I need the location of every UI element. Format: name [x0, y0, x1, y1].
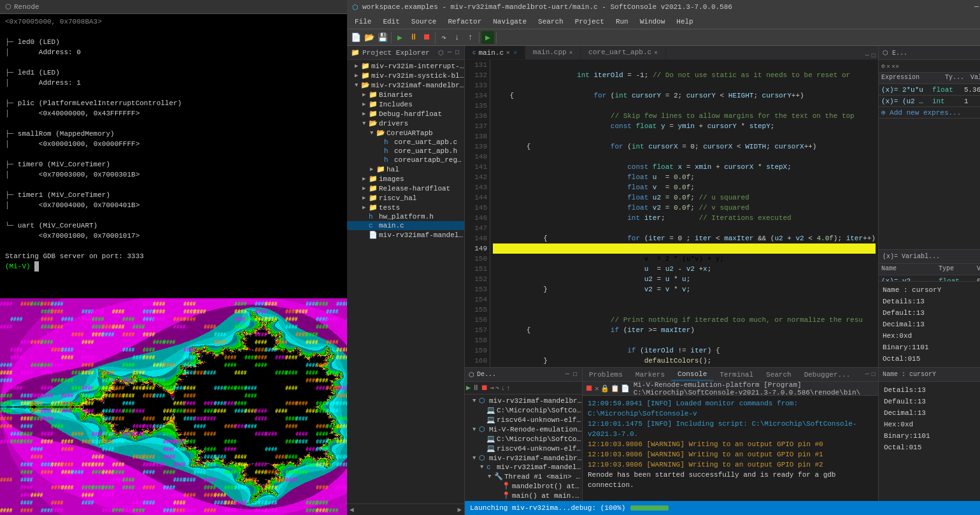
toolbar-suspend[interactable]: ⏸: [407, 31, 420, 44]
debug-disconnect-btn[interactable]: ⇥: [490, 384, 494, 392]
expressions-panel: ⬡ E... ─ □ ⊕ ✕ ✕✕: [879, 46, 980, 250]
console-maximize-btn[interactable]: □: [872, 371, 876, 378]
tree-item-miv-systick[interactable]: ▶ 📁 miv-rv32im-systick-blinky: [347, 71, 464, 80]
collapse-all-btn[interactable]: ⬡: [437, 49, 445, 57]
maximize-panel-btn[interactable]: □: [454, 49, 460, 57]
debug-minimize-btn[interactable]: ─: [564, 371, 571, 378]
tree-item-includes[interactable]: ▶ 📁 Includes: [347, 99, 464, 109]
console-clear-btn[interactable]: ✕: [595, 384, 599, 393]
toolbar-stop[interactable]: ⏹: [420, 31, 433, 44]
debug-item-mandelbrot2[interactable]: ▼ ⬡ miv-rv32imaf-mandelbrot-ua: [465, 453, 582, 463]
tree-item-debug-hardfloat[interactable]: ▶ 📁 Debug-hardfloat: [347, 109, 464, 119]
tree-item-coreuartapb[interactable]: ▼ 📂 CoreUARTapb: [347, 128, 464, 138]
editor-maximize-btn[interactable]: □: [872, 52, 876, 59]
console-tab-terminal[interactable]: Terminal: [713, 369, 760, 381]
terminal-prompt[interactable]: (Mi-V): [5, 261, 342, 272]
nav-forward-btn[interactable]: ▶: [457, 505, 462, 514]
expr-row-add[interactable]: ⊕ Add new expres...: [879, 107, 980, 119]
debug-item-softconsole1[interactable]: ▶ 💻 C:\Microchip\SoftConsole: [465, 405, 582, 415]
toolbar-debug-resume[interactable]: ▶: [394, 31, 406, 44]
menu-help[interactable]: Help: [671, 17, 698, 27]
tab-main-c[interactable]: c main.c ✕ ✕: [465, 46, 525, 59]
tab-main-cpp[interactable]: main.cpp ✕: [525, 46, 581, 59]
debug-suspend-btn[interactable]: ⏸: [472, 383, 479, 393]
expr-row-u2v2[interactable]: (x)= (u2 + v2 < 4.0f) int 1: [879, 96, 980, 107]
tree-item-release[interactable]: ▶ 📁 Release-hardfloat: [347, 184, 464, 193]
menu-source[interactable]: Source: [406, 17, 442, 27]
debug-item-renode[interactable]: ▼ ⬡ Mi-V-Renode-emulation-plat: [465, 424, 582, 434]
console-output[interactable]: 12:09:59.8941 [INFO] Loaded monitor comm…: [583, 396, 878, 501]
tree-item-mandelbrot-ld[interactable]: ▶ 📄 miv-rv32imaf-mandelbr...: [347, 230, 464, 240]
debug-item-main-fn[interactable]: ▶ 📍 main() at main.c:245: [465, 491, 582, 500]
console-stop-btn[interactable]: ⏹: [585, 384, 593, 393]
editor-minimize-btn[interactable]: ─: [865, 52, 869, 59]
debug-stop-btn[interactable]: ⏹: [481, 383, 488, 393]
menu-edit[interactable]: Edit: [378, 17, 404, 27]
debug-item-gdb2[interactable]: ▶ 💻 riscv64-unknown-elf-gdb: [465, 444, 582, 453]
tab-close-icon[interactable]: ✕: [569, 49, 572, 56]
vars-row-v2[interactable]: (x)= v2 float 0.001357929: [879, 275, 980, 281]
console-tab-debugger[interactable]: Debugger...: [798, 369, 857, 381]
debug-item-mandelbrot2b[interactable]: ▼ c miv-rv32imaf-mandelbrot-ua: [465, 463, 582, 472]
toolbar-step-into[interactable]: ↓: [451, 31, 464, 44]
toolbar-new[interactable]: 📄: [350, 31, 362, 44]
debug-item-mandelbrot1[interactable]: ▼ ⬡ miv-rv32imaf-mandelbrot-ua: [465, 396, 582, 405]
console-tab-search[interactable]: Search: [760, 369, 798, 381]
tree-item-drivers[interactable]: ▼ 📂 drivers: [347, 119, 464, 128]
console-tab-problems[interactable]: Problems: [583, 369, 629, 381]
console-minimize-btn[interactable]: ─: [865, 371, 869, 378]
tree-item-main-c[interactable]: ▶ c main.c: [347, 221, 464, 230]
toolbar-step-over[interactable]: ↷: [437, 31, 450, 44]
console-tab-console[interactable]: Console: [671, 368, 713, 381]
terminal-line: <0x70005000, 0x7008BA3>: [5, 17, 342, 27]
debug-item-mandelbrot-fn[interactable]: ▶ 📍 mandelbrot() at mai: [465, 481, 582, 491]
tree-item-images[interactable]: ▶ 📁 images: [347, 174, 464, 184]
debug-item-thread1[interactable]: ▼ 🔧 Thread #1 <main> (Sus: [465, 472, 582, 481]
menu-project[interactable]: Project: [570, 17, 609, 27]
debug-item-gdb1[interactable]: ▶ 💻 riscv64-unknown-elf-gdb: [465, 415, 582, 424]
console-title: Mi-V-Renode-emulation-platform [Program]…: [634, 381, 876, 396]
menu-search[interactable]: Search: [533, 17, 569, 27]
tree-item-binaries[interactable]: ▶ 📁 Binaries: [347, 90, 464, 99]
debug-step-ret-btn[interactable]: ↑: [506, 384, 511, 392]
menu-navigate[interactable]: Navigate: [488, 17, 532, 27]
menu-refactor[interactable]: Refactor: [443, 17, 486, 27]
tab-core-uart[interactable]: core_uart_apb.c ✕: [581, 46, 665, 59]
tree-item-tests[interactable]: ▶ 📁 tests: [347, 203, 464, 212]
tree-item-mandelbrot[interactable]: ▼ 📂 miv-rv32imaf-mandelbrot: [347, 80, 464, 90]
expr-collapse-btn[interactable]: ⊕: [881, 62, 885, 70]
expr-delete-btn[interactable]: ✕: [886, 62, 890, 70]
tree-item-riscv-hal[interactable]: ▶ 📁 riscv_hal: [347, 193, 464, 203]
expr-row-u2[interactable]: (x)= 2*u*u float 5.36476898: [879, 84, 980, 96]
debug-resume-btn[interactable]: ▶: [466, 383, 471, 393]
debug-item-softconsole2[interactable]: ▶ 💻 C:\Microchip\SoftConsole: [465, 434, 582, 444]
nav-back-btn[interactable]: ◀: [350, 505, 354, 514]
tree-item-coreuartapb-reg[interactable]: ▶ h coreuartapb_reg...: [347, 156, 464, 164]
toolbar-run[interactable]: ▶: [481, 31, 494, 44]
renode-terminal[interactable]: <0x70005000, 0x7008BA3> ├─ led0 (LED) │ …: [0, 14, 347, 298]
code-editor[interactable]: 131 132 133 134 135 136 137 138 139 14: [465, 60, 878, 367]
tree-item-core-uart-h[interactable]: ▶ h core_uart_apb.h: [347, 147, 464, 156]
console-tab-markers[interactable]: Markers: [629, 369, 671, 381]
menu-window[interactable]: Window: [635, 17, 671, 27]
tree-item-core-uart-c[interactable]: ▶ h core_uart_apb.c: [347, 138, 464, 147]
expr-delete-all-btn[interactable]: ✕✕: [891, 62, 899, 70]
debug-step-into-btn[interactable]: ↓: [501, 384, 505, 392]
tab-close-icon[interactable]: ✕: [506, 49, 509, 56]
tree-item-hw-platform[interactable]: ▶ h hw_platform.h: [347, 212, 464, 221]
tree-item-hal[interactable]: ▶ 📁 hal: [347, 164, 464, 174]
menu-run[interactable]: Run: [611, 17, 634, 27]
debug-maximize-btn[interactable]: □: [572, 371, 578, 378]
toolbar-step-return[interactable]: ↑: [464, 31, 477, 44]
tree-item-miv-interrupt[interactable]: ▶ 📁 miv-rv32im-interrupt-blin: [347, 61, 464, 71]
minimize-panel-btn[interactable]: ─: [446, 49, 453, 57]
minimize-button[interactable]: ─: [974, 3, 979, 11]
console-copy-btn[interactable]: 📋: [611, 384, 620, 393]
console-paste-btn[interactable]: 📄: [621, 384, 630, 393]
toolbar-open[interactable]: 📂: [363, 31, 376, 44]
toolbar-save[interactable]: 💾: [376, 31, 389, 44]
tab-close-icon[interactable]: ✕: [654, 49, 657, 56]
console-lock-btn[interactable]: 🔒: [600, 384, 609, 393]
debug-step-over-btn[interactable]: ↷: [495, 384, 500, 392]
menu-file[interactable]: File: [350, 17, 376, 27]
